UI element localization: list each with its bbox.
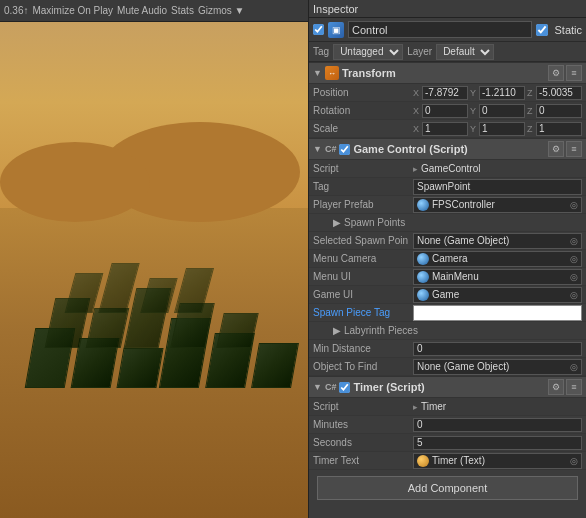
labyrinth-arrow-icon: ▶ <box>333 325 341 336</box>
rot-z-input[interactable] <box>536 104 582 118</box>
selected-spawn-ref[interactable]: None (Game Object) ◎ <box>413 233 582 249</box>
selected-spawn-label: Selected Spawn Poin <box>313 235 413 246</box>
object-name-input[interactable] <box>348 21 532 38</box>
rot-y-input[interactable] <box>479 104 525 118</box>
game-ui-select-btn[interactable]: ◎ <box>570 290 578 300</box>
timer-text-select-btn[interactable]: ◎ <box>570 456 578 466</box>
menu-ui-select-btn[interactable]: ◎ <box>570 272 578 282</box>
player-prefab-label: Player Prefab <box>313 199 413 210</box>
object-to-find-row: Object To Find None (Game Object) ◎ <box>309 358 586 376</box>
game-ui-ref[interactable]: Game ◎ <box>413 287 582 303</box>
game-control-active-checkbox[interactable] <box>339 144 350 155</box>
min-distance-row: Min Distance <box>309 340 586 358</box>
layer-select[interactable]: Default <box>436 44 494 60</box>
pos-x-input[interactable] <box>422 86 468 100</box>
scale-y-input[interactable] <box>479 122 525 136</box>
selected-spawn-select-btn[interactable]: ◎ <box>570 236 578 246</box>
cs-badge: C# <box>325 144 337 154</box>
rot-x-input[interactable] <box>422 104 468 118</box>
game-control-header[interactable]: ▼ C# Game Control (Script) ⚙ ≡ <box>309 138 586 160</box>
timer-text-row: Timer Text Timer (Text) ◎ <box>309 452 586 470</box>
game-control-settings-btn[interactable]: ⚙ <box>548 141 564 157</box>
scale-row: Scale X Y Z <box>309 120 586 138</box>
timer-settings-btn[interactable]: ⚙ <box>548 379 564 395</box>
timer-text-ref[interactable]: Timer (Text) ◎ <box>413 453 582 469</box>
script-label: Script <box>313 163 413 174</box>
stats-btn[interactable]: Stats <box>171 5 194 16</box>
menu-camera-icon <box>417 253 429 265</box>
game-ui-label: Game UI <box>313 289 413 300</box>
menu-ui-ref[interactable]: MainMenu ◎ <box>413 269 582 285</box>
object-to-find-select-btn[interactable]: ◎ <box>570 362 578 372</box>
timer-text-value: Timer (Text) <box>432 455 567 466</box>
object-to-find-ref[interactable]: None (Game Object) ◎ <box>413 359 582 375</box>
player-prefab-select-btn[interactable]: ◎ <box>570 200 578 210</box>
gc-tag-ref[interactable]: SpawnPoint <box>413 179 582 195</box>
gc-tag-label: Tag <box>313 181 413 192</box>
timer-active-checkbox[interactable] <box>339 382 350 393</box>
tag-select[interactable]: Untagged <box>333 44 403 60</box>
timer-menu-btn[interactable]: ≡ <box>566 379 582 395</box>
timer-title: Timer (Script) <box>353 381 545 393</box>
scale-xyz: X Y Z <box>413 122 582 136</box>
timer-script-value: ▸ Timer <box>413 401 582 412</box>
rotation-xyz: X Y Z <box>413 104 582 118</box>
position-xyz: X Y Z <box>413 86 582 100</box>
transform-header[interactable]: ▼ ↔ Transform ⚙ ≡ <box>309 62 586 84</box>
menu-camera-select-btn[interactable]: ◎ <box>570 254 578 264</box>
min-distance-label: Min Distance <box>313 343 413 354</box>
game-control-menu-btn[interactable]: ≡ <box>566 141 582 157</box>
gc-tag-value: SpawnPoint <box>417 181 578 192</box>
min-distance-input[interactable] <box>413 342 582 356</box>
timer-script-label: Script <box>313 401 413 412</box>
inspector-panel: Inspector ▣ Static Tag Untagged Layer De… <box>308 0 586 518</box>
player-prefab-ref[interactable]: FPSController ◎ <box>413 197 582 213</box>
pos-z-label: Z <box>527 88 535 98</box>
transform-menu-btn[interactable]: ≡ <box>566 65 582 81</box>
maximize-btn[interactable]: Maximize On Play <box>32 5 113 16</box>
timer-cs-badge: C# <box>325 382 337 392</box>
scale-y-label: Y <box>470 124 478 134</box>
static-checkbox[interactable] <box>536 24 548 36</box>
minutes-row: Minutes <box>309 416 586 434</box>
scale-x-label: X <box>413 124 421 134</box>
menu-ui-value: MainMenu <box>432 271 567 282</box>
labyrinth-pieces-divider: ▶ Labyrinth Pieces <box>309 322 586 340</box>
menu-camera-value: Camera <box>432 253 567 264</box>
timer-header[interactable]: ▼ C# Timer (Script) ⚙ ≡ <box>309 376 586 398</box>
player-prefab-icon <box>417 199 429 211</box>
timer-script-row: Script ▸ Timer <box>309 398 586 416</box>
transform-icon: ↔ <box>325 66 339 80</box>
object-active-checkbox[interactable] <box>313 24 324 35</box>
spawn-piece-tag-input[interactable] <box>413 305 582 321</box>
seconds-input[interactable] <box>413 436 582 450</box>
selected-spawn-row: Selected Spawn Poin None (Game Object) ◎ <box>309 232 586 250</box>
menu-camera-ref[interactable]: Camera ◎ <box>413 251 582 267</box>
add-component-button[interactable]: Add Component <box>317 476 578 500</box>
mute-btn[interactable]: Mute Audio <box>117 5 167 16</box>
script-arrow-icon: ▸ <box>413 164 418 174</box>
transform-title: Transform <box>342 67 545 79</box>
scale-z-input[interactable] <box>536 122 582 136</box>
position-label: Position <box>313 87 413 98</box>
gizmos-btn[interactable]: Gizmos ▼ <box>198 5 245 16</box>
scene-toolbar: 0.36↑ Maximize On Play Mute Audio Stats … <box>0 0 308 22</box>
transform-settings-btn[interactable]: ⚙ <box>548 65 564 81</box>
pos-y-input[interactable] <box>479 86 525 100</box>
game-ui-row: Game UI Game ◎ <box>309 286 586 304</box>
scale-x-input[interactable] <box>422 122 468 136</box>
timer-text-icon <box>417 455 429 467</box>
game-control-title: Game Control (Script) <box>353 143 545 155</box>
spawn-points-arrow-icon: ▶ <box>333 217 341 228</box>
game-control-settings: ⚙ ≡ <box>548 141 582 157</box>
game-ui-icon <box>417 289 429 301</box>
seconds-row: Seconds <box>309 434 586 452</box>
spawn-points-divider: ▶ Spawn Points <box>309 214 586 232</box>
minutes-input[interactable] <box>413 418 582 432</box>
hill-2 <box>0 142 150 222</box>
pos-z-input[interactable] <box>536 86 582 100</box>
timer-arrow-icon: ▼ <box>313 382 322 392</box>
timer-script-arrow-icon: ▸ <box>413 402 418 412</box>
scale-label: Scale <box>313 123 413 134</box>
script-name: GameControl <box>421 163 480 174</box>
